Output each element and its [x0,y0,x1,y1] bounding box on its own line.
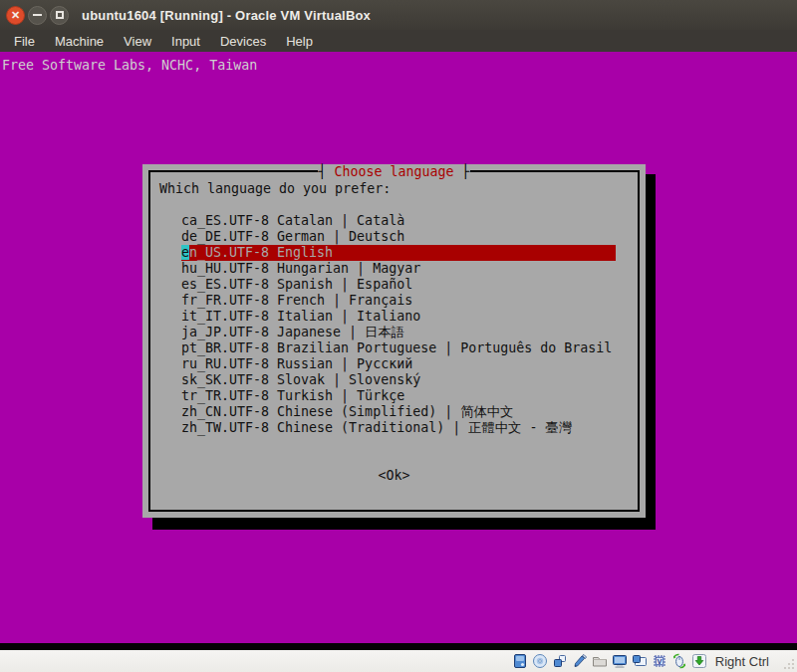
status-icons: V [512,653,707,669]
resize-grip[interactable] [782,657,795,670]
menu-file[interactable]: File [4,32,45,51]
features-chip-icon[interactable]: V [652,653,667,669]
language-option-label: fr_FR.UTF-8 French | Français [181,293,412,308]
maximize-icon [56,11,64,19]
language-option-fr[interactable]: fr_FR.UTF-8 French | Français [181,293,616,309]
close-button[interactable]: ✕ [6,6,25,25]
language-option-label: ca_ES.UTF-8 Catalan | Català [181,213,404,228]
host-key-label: Right Ctrl [715,654,769,669]
title-bar: ✕ ubuntu1604 [Running] - Oracle VM Virtu… [0,0,797,30]
language-option-label: ja_JP.UTF-8 Japanese | 日本語 [181,325,404,339]
language-option-label: zh_TW.UTF-8 Chinese (Traditional) | 正體中文… [181,420,572,435]
language-option-es[interactable]: es_ES.UTF-8 Spanish | Español [181,277,616,293]
language-option-sk[interactable]: sk_SK.UTF-8 Slovak | Slovenský [181,372,616,388]
language-option-tr[interactable]: tr_TR.UTF-8 Turkish | Türkçe [181,388,616,404]
text-cursor: e [181,245,189,260]
menu-input[interactable]: Input [161,32,210,51]
choose-language-dialog: ┤ Choose language ├ Which language do yo… [142,164,646,518]
menu-view[interactable]: View [114,32,161,51]
video-capture-icon[interactable] [632,653,648,669]
language-option-label: n_US.UTF-8 English [189,245,333,260]
network-icon[interactable] [552,653,568,669]
mouse-integration-icon[interactable] [671,653,687,669]
maximize-button[interactable] [50,6,69,25]
close-icon: ✕ [11,9,20,22]
menu-help[interactable]: Help [276,32,323,51]
menu-machine[interactable]: Machine [45,32,114,51]
installer-banner: Free Software Labs, NCHC, Taiwan [2,58,257,74]
language-option-label: zh_CN.UTF-8 Chinese (Simplified) | 简体中文 [181,404,513,419]
language-option-label: tr_TR.UTF-8 Turkish | Türkçe [181,388,404,403]
language-option-label: de_DE.UTF-8 German | Deutsch [181,229,404,244]
language-option-label: hu_HU.UTF-8 Hungarian | Magyar [181,261,420,276]
display-icon[interactable] [612,653,628,669]
language-option-ru[interactable]: ru_RU.UTF-8 Russian | Русский [181,356,616,372]
menu-devices[interactable]: Devices [210,32,276,51]
language-option-hu[interactable]: hu_HU.UTF-8 Hungarian | Magyar [181,261,616,277]
hard-disk-icon[interactable] [512,653,528,669]
ok-button[interactable]: <Ok> [378,468,409,484]
language-option-label: pt_BR.UTF-8 Brazilian Portuguese | Portu… [181,340,612,355]
language-option-en-selected[interactable]: en_US.UTF-8 English [181,245,616,261]
language-option-label: it_IT.UTF-8 Italian | Italiano [181,309,420,324]
vm-screen: Free Software Labs, NCHC, Taiwan ┤ Choos… [0,52,797,643]
language-option-ja[interactable]: ja_JP.UTF-8 Japanese | 日本語 [181,325,616,340]
svg-text:V: V [657,657,662,666]
usb-icon[interactable] [572,653,588,669]
language-option-label: sk_SK.UTF-8 Slovak | Slovenský [181,372,420,387]
language-option-label: ru_RU.UTF-8 Russian | Русский [181,356,412,371]
language-option-ca[interactable]: ca_ES.UTF-8 Catalan | Català [181,213,616,229]
status-bar: V Right Ctrl [0,650,797,672]
language-list: ca_ES.UTF-8 Catalan | Català de_DE.UTF-8… [181,213,616,436]
shared-folders-icon[interactable] [592,653,608,669]
minimize-icon [33,14,42,16]
virtualbox-window: ✕ ubuntu1604 [Running] - Oracle VM Virtu… [0,0,797,672]
dialog-prompt: Which language do you prefer: [159,181,391,197]
language-option-pt-br[interactable]: pt_BR.UTF-8 Brazilian Portuguese | Portu… [181,340,616,356]
language-option-de[interactable]: de_DE.UTF-8 German | Deutsch [181,229,616,245]
dialog-actions: <Ok> [142,468,646,484]
language-option-it[interactable]: it_IT.UTF-8 Italian | Italiano [181,309,616,325]
language-option-zh-cn[interactable]: zh_CN.UTF-8 Chinese (Simplified) | 简体中文 [181,404,616,420]
keyboard-capture-icon[interactable] [691,653,707,669]
language-option-zh-tw[interactable]: zh_TW.UTF-8 Chinese (Traditional) | 正體中文… [181,420,616,436]
minimize-button[interactable] [28,6,47,25]
screen-letterbox [0,643,797,650]
window-title: ubuntu1604 [Running] - Oracle VM Virtual… [82,8,371,23]
menu-bar: File Machine View Input Devices Help [0,30,797,52]
language-option-label: es_ES.UTF-8 Spanish | Español [181,277,412,292]
optical-disc-icon[interactable] [532,653,548,669]
